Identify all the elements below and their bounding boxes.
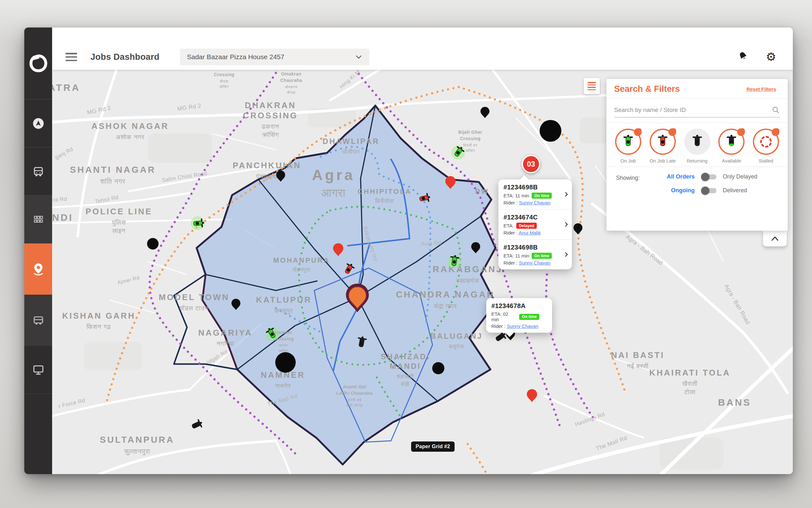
sidebar-item-rider-tracking[interactable]	[24, 244, 52, 295]
svg-text:BALUGANJ: BALUGANJ	[430, 332, 483, 340]
status-toggle[interactable]	[702, 188, 716, 193]
rider-filter-available[interactable]: Available	[715, 129, 748, 164]
svg-text:Crossing: Crossing	[460, 136, 481, 141]
menu-icon[interactable]	[65, 53, 77, 61]
filter-label: Stalled	[759, 158, 773, 164]
svg-text:खैराती: खैराती	[682, 380, 698, 387]
marker-cluster-dot[interactable]	[540, 120, 561, 142]
svg-text:PW: PW	[475, 187, 489, 196]
panel-collapse-button[interactable]	[763, 230, 787, 246]
chevron-up-icon	[770, 236, 780, 242]
rider-filter-returning[interactable]: Returning	[681, 129, 713, 164]
marker-dot[interactable]	[432, 362, 444, 374]
rider-pin[interactable]	[480, 107, 489, 118]
grid-tooltip: Paper Grid #2	[411, 441, 455, 452]
svg-text:ATRA: ATRA	[52, 82, 80, 93]
rider-scooter[interactable]	[190, 216, 205, 231]
rider-link[interactable]: Sunny Chavan	[507, 324, 538, 329]
svg-text:Omakran: Omakran	[281, 71, 301, 77]
sidebar-item-vehicles[interactable]	[24, 295, 52, 346]
notifications-bell-icon[interactable]	[737, 50, 749, 64]
search-input[interactable]	[614, 107, 772, 114]
scooter-icon	[684, 129, 710, 155]
svg-text:Chauraha: Chauraha	[280, 78, 302, 83]
svg-text:Ajmer Rd: Ajmer Rd	[117, 275, 140, 286]
svg-text:छिपीतोला: छिपीतोला	[375, 197, 394, 204]
filter-label: On Job Late	[650, 158, 676, 164]
store-selector-dropdown[interactable]: Sadar Bazaar Pizza House 2457	[180, 49, 369, 65]
order-row[interactable]: #1234698BETA: 11 minOn timeRider : Sunny…	[498, 179, 572, 210]
sidebar-item-orders-grid[interactable]	[24, 196, 52, 244]
svg-text:SHAHZADI: SHAHZADI	[381, 352, 430, 361]
svg-text:ढकरान: ढकरान	[261, 123, 279, 130]
sidebar-item-fleet[interactable]	[24, 147, 52, 196]
svg-text:कत्लुपुर: कत्लुपुर	[274, 307, 293, 315]
reset-filters-link[interactable]: Reset Filters	[747, 86, 776, 92]
svg-text:टोला: टोला	[684, 388, 696, 395]
single-order-popup[interactable]: #1234678A ETA: 02 minOn time Rider : Sun…	[486, 298, 552, 333]
filter-label: Available	[722, 158, 742, 164]
rider-link[interactable]: Anuj Malik	[519, 230, 541, 236]
order-row[interactable]: #1234674CETA:DelayedRider : Anuj Malik›	[498, 210, 572, 240]
order-cluster-badge[interactable]: 03	[522, 155, 540, 173]
sidebar-item-navigate[interactable]	[24, 99, 52, 147]
svg-text:नगरिया: नगरिया	[217, 340, 234, 347]
rider-filter-group: On JobOn Job LateReturningAvailableStall…	[607, 123, 788, 165]
list-view-button[interactable]	[584, 78, 600, 94]
svg-text:लाइन: लाइन	[112, 227, 125, 234]
rider-filter-on-job[interactable]: On Job	[612, 129, 644, 164]
svg-text:चौराहा: चौराहा	[286, 90, 295, 94]
svg-text:ASHOK NAGAR: ASHOK NAGAR	[91, 121, 169, 131]
svg-text:शहजादी: शहजादी	[396, 373, 414, 380]
rider-link[interactable]: Sunny Chavan	[519, 200, 550, 205]
filter-label: Returning	[687, 158, 708, 164]
svg-text:धौलीपार: धौलीपार	[342, 148, 360, 155]
svg-text:ra Rd: ra Rd	[53, 196, 67, 203]
app-logo	[24, 28, 52, 99]
svg-text:Avanti Bai: Avanti Bai	[343, 384, 366, 389]
svg-text:अशोक नगर: अशोक नगर	[116, 133, 144, 140]
toggle-on-label[interactable]: Ongoing	[657, 187, 695, 194]
rider-filter-stalled[interactable]: Stalled	[750, 129, 782, 164]
svg-text:रकाबगंज: रकाबगंज	[456, 277, 479, 284]
chevron-right-icon[interactable]: ›	[565, 247, 568, 260]
marker-dot[interactable]	[147, 238, 158, 250]
status-badge: On time	[532, 253, 552, 259]
svg-text:ओमकरण: ओमकरण	[285, 85, 298, 89]
delivery-pin-red[interactable]	[527, 389, 537, 402]
rider-scooter[interactable]	[191, 419, 204, 430]
rider-link[interactable]: Sunny Chavan	[519, 260, 550, 265]
toggle-off-label[interactable]: Only Delayed	[723, 173, 757, 180]
status-badge: On time	[532, 193, 552, 199]
scooter-icon	[650, 129, 676, 155]
navigate-icon	[32, 117, 45, 130]
van-icon	[32, 313, 45, 327]
order-id: #1234678A	[491, 302, 539, 310]
marker-cluster-dot[interactable]	[275, 352, 296, 373]
scooter-icon	[753, 129, 779, 155]
svg-text:सुल्तानपुरा: सुल्तानपुरा	[124, 448, 150, 456]
svg-text:आगरा: आगरा	[321, 186, 346, 199]
svg-text:पुलिस: पुलिस	[111, 219, 126, 226]
svg-text:NAI BASTI: NAI BASTI	[611, 350, 664, 360]
order-row[interactable]: #1234698BETA: 11 minOn timeRider : Sunny…	[498, 240, 572, 269]
map[interactable]: ATRANDIASHOK NAGARअशोक नगरSHANTI NAGARशा…	[52, 70, 793, 474]
settings-gear-icon[interactable]: ⚙	[766, 51, 776, 63]
svg-text:नई बस्ती: नई बस्ती	[627, 363, 649, 370]
chevron-right-icon[interactable]: ›	[565, 187, 568, 200]
toggle-on-label[interactable]: All Orders	[657, 173, 695, 180]
rider-pin[interactable]	[574, 223, 582, 235]
svg-text:नामनेर: नामनेर	[275, 382, 291, 389]
chevron-right-icon[interactable]: ›	[565, 217, 568, 230]
rider-filter-on-job-late[interactable]: On Job Late	[647, 129, 679, 164]
toggle-off-label[interactable]: Delivered	[723, 187, 747, 194]
monitor-icon	[32, 363, 45, 377]
rider-prefix: Rider :	[491, 324, 506, 329]
svg-text:बिजली घर: बिजली घर	[463, 143, 478, 147]
orders-toggle[interactable]	[702, 174, 716, 179]
order-id: #1234674C	[504, 214, 559, 221]
order-eta: ETA: 11 min	[504, 253, 529, 258]
sidebar-item-monitor[interactable]	[24, 346, 52, 394]
svg-text:मंडी: मंडी	[401, 381, 410, 387]
status-filter-toggle-row: Ongoing Delivered	[657, 187, 784, 194]
